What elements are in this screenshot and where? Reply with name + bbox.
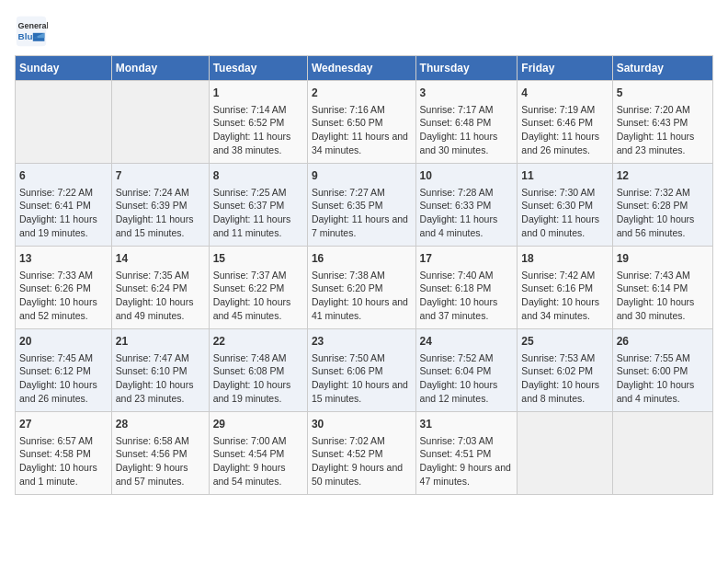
calendar-cell: 3Sunrise: 7:17 AMSunset: 6:48 PMDaylight… — [415, 81, 518, 164]
logo: General Blue — [15, 15, 48, 48]
daylight: Daylight: 10 hours and 19 minutes. — [213, 378, 303, 405]
daylight: Daylight: 11 hours and 38 minutes. — [213, 130, 303, 156]
weekday-header-saturday: Saturday — [612, 56, 712, 81]
day-number: 3 — [420, 86, 514, 101]
calendar-cell: 5Sunrise: 7:20 AMSunset: 6:43 PMDaylight… — [612, 81, 712, 164]
sunset: Sunset: 6:26 PM — [19, 282, 108, 295]
daylight: Daylight: 10 hours and 45 minutes. — [213, 295, 303, 322]
weekday-header-sunday: Sunday — [16, 56, 112, 81]
calendar-cell: 8Sunrise: 7:25 AMSunset: 6:37 PMDaylight… — [209, 164, 307, 247]
day-number: 30 — [312, 417, 412, 432]
calendar-cell: 20Sunrise: 7:45 AMSunset: 6:12 PMDayligh… — [16, 329, 112, 412]
day-number: 18 — [521, 251, 608, 267]
day-number: 22 — [213, 334, 303, 350]
svg-text:Blue: Blue — [18, 31, 39, 41]
daylight: Daylight: 10 hours and 23 minutes. — [116, 378, 205, 405]
day-number: 12 — [617, 168, 709, 184]
sunrise: Sunrise: 6:58 AM — [116, 434, 205, 448]
daylight: Daylight: 11 hours and 4 minutes. — [420, 213, 514, 239]
sunrise: Sunrise: 6:57 AM — [19, 434, 108, 448]
day-number: 27 — [19, 417, 108, 432]
weekday-header-wednesday: Wednesday — [307, 56, 415, 81]
sunset: Sunset: 4:51 PM — [420, 447, 514, 461]
calendar-cell: 11Sunrise: 7:30 AMSunset: 6:30 PMDayligh… — [518, 164, 612, 247]
daylight: Daylight: 10 hours and 49 minutes. — [116, 295, 205, 322]
sunrise: Sunrise: 7:33 AM — [19, 269, 108, 282]
daylight: Daylight: 10 hours and 34 minutes. — [521, 295, 608, 322]
sunrise: Sunrise: 7:52 AM — [420, 351, 514, 365]
sunset: Sunset: 6:02 PM — [521, 364, 608, 378]
calendar-cell: 26Sunrise: 7:55 AMSunset: 6:00 PMDayligh… — [612, 329, 712, 412]
sunrise: Sunrise: 7:22 AM — [19, 186, 108, 200]
calendar-cell: 24Sunrise: 7:52 AMSunset: 6:04 PMDayligh… — [415, 329, 518, 412]
calendar-cell: 14Sunrise: 7:35 AMSunset: 6:24 PMDayligh… — [111, 247, 209, 329]
sunrise: Sunrise: 7:19 AM — [521, 103, 608, 117]
sunset: Sunset: 6:37 PM — [213, 199, 303, 213]
sunset: Sunset: 6:30 PM — [521, 199, 608, 213]
sunset: Sunset: 6:46 PM — [521, 116, 608, 130]
sunrise: Sunrise: 7:25 AM — [213, 186, 303, 200]
sunset: Sunset: 6:33 PM — [420, 199, 514, 213]
daylight: Daylight: 11 hours and 15 minutes. — [116, 213, 205, 239]
sunset: Sunset: 6:10 PM — [116, 364, 205, 378]
calendar-cell: 22Sunrise: 7:48 AMSunset: 6:08 PMDayligh… — [209, 329, 307, 412]
sunrise: Sunrise: 7:14 AM — [213, 103, 303, 117]
calendar-cell: 13Sunrise: 7:33 AMSunset: 6:26 PMDayligh… — [16, 247, 112, 329]
sunset: Sunset: 6:35 PM — [312, 199, 412, 213]
daylight: Daylight: 10 hours and 1 minute. — [19, 461, 108, 488]
sunset: Sunset: 6:41 PM — [19, 199, 108, 213]
sunset: Sunset: 6:08 PM — [213, 364, 303, 378]
page-header: General Blue — [15, 15, 713, 48]
sunrise: Sunrise: 7:32 AM — [617, 186, 709, 200]
svg-text:General: General — [18, 21, 48, 30]
sunrise: Sunrise: 7:24 AM — [116, 186, 205, 200]
sunset: Sunset: 6:22 PM — [213, 282, 303, 295]
sunset: Sunset: 6:14 PM — [617, 282, 709, 295]
sunset: Sunset: 6:04 PM — [420, 364, 514, 378]
daylight: Daylight: 10 hours and 41 minutes. — [312, 295, 412, 322]
day-number: 1 — [213, 86, 303, 101]
calendar-cell: 18Sunrise: 7:42 AMSunset: 6:16 PMDayligh… — [518, 247, 612, 329]
day-number: 4 — [521, 86, 608, 101]
sunrise: Sunrise: 7:50 AM — [312, 351, 412, 365]
week-row-3: 13Sunrise: 7:33 AMSunset: 6:26 PMDayligh… — [16, 247, 713, 329]
calendar-cell: 10Sunrise: 7:28 AMSunset: 6:33 PMDayligh… — [415, 164, 518, 247]
sunrise: Sunrise: 7:42 AM — [521, 269, 608, 282]
day-number: 29 — [213, 417, 303, 432]
sunset: Sunset: 6:50 PM — [312, 116, 412, 130]
calendar-cell: 30Sunrise: 7:02 AMSunset: 4:52 PMDayligh… — [307, 412, 415, 495]
day-number: 21 — [116, 334, 205, 350]
day-number: 17 — [420, 251, 514, 267]
weekday-header-thursday: Thursday — [415, 56, 518, 81]
daylight: Daylight: 9 hours and 54 minutes. — [213, 461, 303, 488]
daylight: Daylight: 9 hours and 57 minutes. — [116, 461, 205, 488]
calendar-cell: 17Sunrise: 7:40 AMSunset: 6:18 PMDayligh… — [415, 247, 518, 329]
calendar-cell: 28Sunrise: 6:58 AMSunset: 4:56 PMDayligh… — [111, 412, 209, 495]
sunrise: Sunrise: 7:27 AM — [312, 186, 412, 200]
sunrise: Sunrise: 7:48 AM — [213, 351, 303, 365]
sunset: Sunset: 6:52 PM — [213, 116, 303, 130]
calendar-cell: 23Sunrise: 7:50 AMSunset: 6:06 PMDayligh… — [307, 329, 415, 412]
sunset: Sunset: 6:18 PM — [420, 282, 514, 295]
day-number: 15 — [213, 251, 303, 267]
day-number: 2 — [312, 86, 412, 101]
sunrise: Sunrise: 7:20 AM — [617, 103, 709, 117]
daylight: Daylight: 10 hours and 8 minutes. — [521, 378, 608, 405]
week-row-2: 6Sunrise: 7:22 AMSunset: 6:41 PMDaylight… — [16, 164, 713, 247]
daylight: Daylight: 10 hours and 12 minutes. — [420, 378, 514, 405]
calendar-cell: 21Sunrise: 7:47 AMSunset: 6:10 PMDayligh… — [111, 329, 209, 412]
daylight: Daylight: 11 hours and 19 minutes. — [19, 213, 108, 239]
calendar-table: SundayMondayTuesdayWednesdayThursdayFrid… — [15, 55, 713, 495]
day-number: 24 — [420, 334, 514, 350]
sunset: Sunset: 6:06 PM — [312, 364, 412, 378]
calendar-cell — [518, 412, 612, 495]
daylight: Daylight: 10 hours and 56 minutes. — [617, 213, 709, 239]
sunrise: Sunrise: 7:38 AM — [312, 269, 412, 282]
calendar-cell: 31Sunrise: 7:03 AMSunset: 4:51 PMDayligh… — [415, 412, 518, 495]
sunset: Sunset: 6:24 PM — [116, 282, 205, 295]
sunrise: Sunrise: 7:47 AM — [116, 351, 205, 365]
calendar-cell: 7Sunrise: 7:24 AMSunset: 6:39 PMDaylight… — [111, 164, 209, 247]
day-number: 19 — [617, 251, 709, 267]
sunset: Sunset: 6:28 PM — [617, 199, 709, 213]
sunrise: Sunrise: 7:53 AM — [521, 351, 608, 365]
